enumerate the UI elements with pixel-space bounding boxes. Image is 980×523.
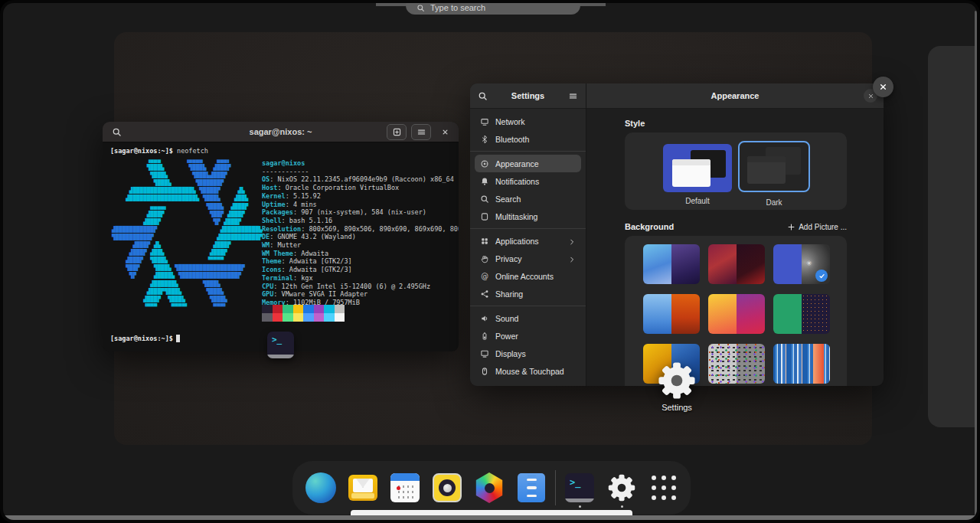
dock-separator (555, 470, 556, 505)
close-icon (878, 82, 888, 92)
palette-swatch (273, 313, 283, 322)
envelope-shape (353, 479, 373, 492)
logo-line: ▝▀▀▀ ▀▀▀▀▘ ▀▀▀▘ (112, 303, 263, 311)
dock-item-files[interactable] (516, 469, 547, 506)
sidebar-item-sharing[interactable]: Sharing (475, 285, 581, 302)
terminal-new-tab-button[interactable] (387, 124, 407, 140)
wallpaper-red-dark-abstract[interactable] (708, 244, 765, 284)
neofetch-field: Theme: Adwaita [GTK2/3] (262, 257, 459, 266)
settings-panel-title: Appearance (586, 91, 884, 100)
terminal-menu-button[interactable] (411, 124, 431, 140)
settings-panel-header: Appearance (586, 83, 884, 109)
style-option-default-label: Default (663, 197, 732, 205)
neofetch-field: OS: NixOS 22.11.2345.af96094e9b9 (Raccoo… (262, 175, 459, 184)
sidebar-item-sound[interactable]: Sound (475, 309, 581, 327)
next-workspace-preview[interactable] (928, 46, 977, 427)
style-option-dark[interactable]: Dark (738, 141, 810, 207)
terminal-app-icon[interactable]: >_ (267, 332, 294, 358)
gear-icon (607, 473, 636, 502)
palette-swatch (324, 313, 335, 322)
sidebar-item-bluetooth[interactable]: Bluetooth (475, 130, 581, 148)
dock-item-calendar[interactable] (390, 469, 420, 506)
sidebar-item-appearance[interactable]: Appearance (475, 155, 581, 172)
shutter-center (485, 483, 495, 493)
terminal-cursor (176, 335, 180, 342)
dock-item-mail[interactable] (348, 469, 378, 506)
wallpaper-green-dark-dots[interactable] (773, 294, 830, 334)
new-tab-icon (392, 127, 402, 137)
wallpaper-blue-orange-drips[interactable] (643, 294, 700, 334)
add-picture-button[interactable]: Add Picture ... (787, 223, 847, 231)
nixos-ascii-logo: ▗▄▄▄ ▗▄▄▄▄ ▄▄▄▖ ▜███▙ ▜███▙ ▟███▛ ▜███▙ … (112, 156, 263, 311)
palette-swatch (303, 313, 314, 322)
style-option-default[interactable]: Default (663, 144, 732, 205)
settings-sidebar: Settings NetworkBluetoothAppearanceNotif… (470, 83, 586, 386)
sidebar-item-label: Multitasking (495, 212, 537, 221)
dock-item-music[interactable] (432, 469, 462, 506)
logo-line: ▄▄▄▄▖ ▜███▙ ▟███▛ (112, 203, 263, 211)
settings-window[interactable]: Settings NetworkBluetoothAppearanceNotif… (470, 83, 884, 386)
sidebar-item-label: Power (495, 332, 518, 341)
sidebar-item-network[interactable]: Network (475, 113, 581, 130)
sidebar-item-label: Search (495, 194, 521, 204)
settings-panel: Appearance Style Default Dark (586, 83, 884, 386)
screen-right-edge (975, 11, 977, 516)
dock-item-terminal[interactable]: >_ (564, 469, 595, 506)
search-icon (416, 4, 425, 12)
neofetch-field: Terminal: kgx (262, 274, 459, 283)
sidebar-item-displays[interactable]: Displays (475, 345, 581, 362)
dock-item-app-grid[interactable] (648, 469, 679, 506)
dock-item-photos[interactable] (474, 469, 505, 506)
wallpaper-warming-stripes[interactable] (773, 344, 830, 384)
sidebar-item-mouse-touchpad[interactable]: Mouse & Touchpad (475, 362, 581, 380)
window-overview-close-button[interactable] (873, 77, 893, 97)
wallpaper-blue-purple-abstract[interactable] (643, 244, 700, 284)
terminal-prompt-glyph: >_ (272, 335, 282, 345)
terminal-body[interactable]: [sagar@nixos:~]$ neofetch ▗▄▄▄ ▗▄▄▄▄ ▄▄▄… (103, 142, 459, 351)
palette-row (262, 313, 345, 322)
sidebar-item-privacy[interactable]: Privacy (475, 250, 581, 267)
sidebar-item-multitasking[interactable]: Multitasking (475, 208, 581, 225)
sidebar-item-applications[interactable]: Applications (475, 232, 581, 250)
bluetooth-icon (480, 135, 489, 144)
palette-swatch (293, 305, 304, 313)
neofetch-field: WM Theme: Adwaita (262, 250, 459, 258)
terminal-window[interactable]: sagar@nixos: ~ [sagar@nixos:~]$ neofetch (103, 122, 459, 351)
wallpaper-confetti-pattern[interactable] (708, 344, 765, 384)
applications-icon (480, 237, 489, 246)
logo-line: ▟███▛ ▜▛ ▟███▛ (112, 218, 263, 226)
sidebar-item-power[interactable]: Power (475, 327, 581, 345)
neofetch-field: CPU: 12th Gen Intel i5-12400 (6) @ 2.495… (262, 283, 459, 291)
terminal-search-button[interactable] (107, 125, 126, 139)
search-icon (112, 127, 122, 137)
wallpaper-sunset-magenta-gradient[interactable] (708, 294, 765, 334)
hamburger-icon (416, 127, 426, 137)
terminal-close-button[interactable] (436, 125, 454, 139)
network-icon (480, 117, 489, 126)
appearance-panel-content: Style Default Dark Background (586, 109, 884, 386)
close-icon (441, 128, 449, 136)
wallpaper-light-half (643, 294, 671, 334)
sidebar-item-notifications[interactable]: Notifications (475, 172, 581, 190)
dock-item-web-browser[interactable] (305, 469, 336, 506)
palette-swatch (283, 305, 293, 313)
settings-overview-app-icon[interactable] (657, 361, 697, 400)
settings-gear-icon (607, 473, 636, 502)
sidebar-item-label: Applications (495, 237, 539, 246)
terminal-headerbar: sagar@nixos: ~ (103, 122, 459, 142)
sidebar-item-keyboard[interactable]: Keyboard (475, 380, 581, 386)
sidebar-item-search[interactable]: Search (475, 190, 581, 208)
privacy-icon (480, 254, 489, 263)
drawer-handle (527, 479, 537, 482)
neofetch-info: sagar@nixos------------OS: NixOS 22.11.2… (262, 159, 459, 307)
logo-line: ▟█████████████████▙ ▜████▛ ▟▙ (112, 187, 263, 194)
search-input[interactable]: Type to search (406, 3, 580, 15)
sidebar-item-online-accounts[interactable]: Online Accounts (475, 267, 581, 285)
terminal-icon-base (565, 498, 594, 502)
wallpaper-light-half (773, 294, 802, 334)
app-grid-dot (671, 485, 676, 490)
app-grid-dot (652, 476, 656, 480)
music-icon (433, 473, 462, 502)
dock-item-settings[interactable] (606, 469, 637, 506)
wallpaper-nixos-blue-default[interactable]: ✳ (773, 244, 830, 284)
